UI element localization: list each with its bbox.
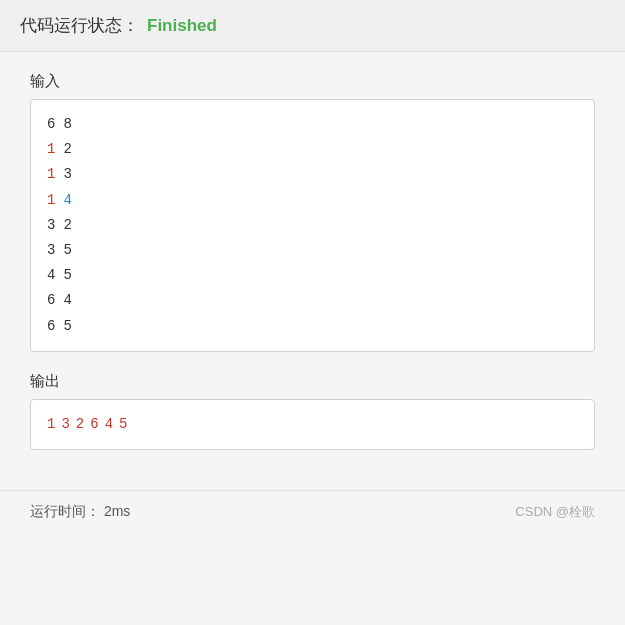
input-num: 6	[47, 314, 55, 339]
input-num: 2	[63, 213, 71, 238]
output-row: 1 3 2 6 4 5	[47, 412, 578, 437]
input-num: 3	[47, 213, 55, 238]
output-box: 1 3 2 6 4 5	[30, 399, 595, 450]
input-box: 6 8 1 2 1 3 1 4 3 2	[30, 99, 595, 352]
output-label: 输出	[30, 372, 595, 391]
input-num: 4	[63, 188, 71, 213]
input-label: 输入	[30, 72, 595, 91]
output-num: 4	[105, 412, 113, 437]
input-num: 1	[47, 188, 55, 213]
input-num: 4	[47, 263, 55, 288]
input-num: 6	[47, 288, 55, 313]
input-num: 5	[63, 314, 71, 339]
input-num: 1	[47, 162, 55, 187]
output-num: 1	[47, 412, 55, 437]
header-status: Finished	[147, 16, 217, 36]
input-num: 3	[63, 162, 71, 187]
input-row: 1 4	[47, 188, 578, 213]
footer: 运行时间： 2ms CSDN @栓歌	[0, 490, 625, 533]
input-row: 1 2	[47, 137, 578, 162]
input-section: 输入 6 8 1 2 1 3 1 4 3	[30, 72, 595, 352]
output-num: 2	[76, 412, 84, 437]
input-num: 5	[63, 263, 71, 288]
main-content: 输入 6 8 1 2 1 3 1 4 3	[0, 52, 625, 490]
output-section: 输出 1 3 2 6 4 5	[30, 372, 595, 450]
header-label: 代码运行状态：	[20, 14, 139, 37]
runtime-info: 运行时间： 2ms	[30, 503, 130, 521]
input-num: 3	[47, 238, 55, 263]
watermark: CSDN @栓歌	[515, 503, 595, 521]
header: 代码运行状态： Finished	[0, 0, 625, 52]
output-num: 6	[90, 412, 98, 437]
input-row: 4 5	[47, 263, 578, 288]
input-num: 6	[47, 112, 55, 137]
input-num: 8	[63, 112, 71, 137]
output-num: 3	[61, 412, 69, 437]
input-num: 1	[47, 137, 55, 162]
input-num: 5	[63, 238, 71, 263]
output-num: 5	[119, 412, 127, 437]
input-row: 6 5	[47, 314, 578, 339]
input-num: 4	[63, 288, 71, 313]
runtime-value: 2ms	[104, 503, 130, 519]
input-row: 3 5	[47, 238, 578, 263]
runtime-label: 运行时间：	[30, 503, 100, 519]
input-row: 3 2	[47, 213, 578, 238]
input-num: 2	[63, 137, 71, 162]
input-row: 1 3	[47, 162, 578, 187]
input-row: 6 8	[47, 112, 578, 137]
input-row: 6 4	[47, 288, 578, 313]
